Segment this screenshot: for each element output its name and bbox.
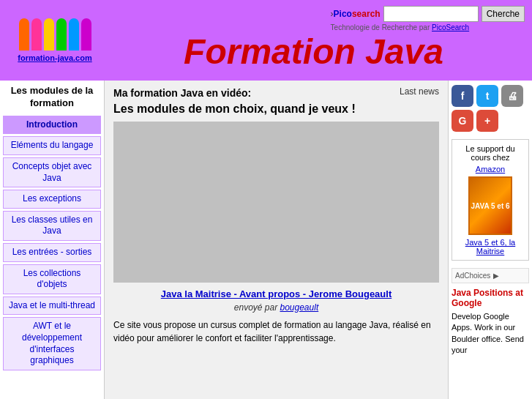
search-area: ›Picosearch Cherche Technologie de Reche… (331, 6, 525, 31)
figure-6 (81, 18, 91, 51)
sidebar-item-elements[interactable]: Eléments du langage (3, 136, 101, 155)
book-promo: Le support du cours chez Amazon JAVA 5 e… (452, 139, 529, 261)
facebook-icon[interactable]: f (452, 85, 473, 107)
right-panel: f t 🖨 G + Le support du cours chez Amazo… (448, 81, 532, 399)
sent-by: envoyé par bougeault (113, 302, 439, 313)
logo-figures (19, 18, 91, 51)
logo-area: formation-java.com (7, 18, 102, 62)
content-subtitle: Les modules de mon choix, quand je veux … (113, 102, 356, 116)
figure-4 (56, 18, 67, 51)
ad-content: Develop Google Apps. Work in our Boulder… (452, 311, 529, 357)
last-news: Last news (400, 86, 439, 97)
twitter-icon[interactable]: t (476, 85, 498, 107)
sidebar-item-multithread[interactable]: Java et le multi-thread (3, 297, 101, 316)
content: Ma formation Java en vidéo: Les modules … (105, 81, 448, 399)
video-area (113, 122, 439, 283)
sidebar-title: Les modules de la formation (3, 85, 101, 110)
ad-block: Java Positions at Google Develop Google … (452, 288, 529, 357)
print-icon[interactable]: 🖨 (501, 85, 523, 107)
sidebar-item-concepts[interactable]: Concepts objet avec Java (3, 157, 101, 187)
search-button[interactable]: Cherche (482, 6, 525, 22)
search-row: ›Picosearch Cherche (331, 6, 525, 22)
amazon-link[interactable]: Amazon (476, 165, 505, 174)
book-desc-link[interactable]: Java 5 et 6, la Maitrise (465, 238, 516, 256)
bottom-content: Java la Maitrise - Avant propos - Jerome… (113, 288, 439, 345)
video-link[interactable]: Java la Maitrise - Avant propos - Jerome… (113, 288, 439, 299)
book-cover: JAVA 5 et 6 (468, 176, 512, 235)
search-input[interactable] (383, 6, 479, 22)
content-header: Ma formation Java en vidéo: Les modules … (113, 86, 439, 116)
figure-1 (19, 18, 29, 51)
pico-label: ›Picosearch (331, 9, 381, 19)
sidebar-item-exceptions[interactable]: Les exceptions (3, 190, 101, 209)
figure-2 (31, 18, 42, 51)
picosearch-link[interactable]: PicoSearch (432, 23, 469, 31)
content-title-area: Ma formation Java en vidéo: Les modules … (113, 86, 356, 116)
author-link[interactable]: bougeault (280, 302, 319, 313)
sidebar-item-classes[interactable]: Les classes utiles en Java (3, 211, 101, 241)
ad-title[interactable]: Java Positions at Google (452, 288, 529, 308)
header: formation-java.com Formation Java ›Picos… (0, 0, 532, 81)
sidebar: Les modules de la formation Introduction… (0, 81, 105, 399)
site-title: Formation Java (102, 31, 525, 72)
description: Ce site vous propose un cursus complet d… (113, 318, 439, 345)
logo-link[interactable]: formation-java.com (18, 53, 91, 62)
sidebar-item-collections[interactable]: Les collections d'objets (3, 264, 101, 294)
book-promo-title: Le support du cours chez (457, 144, 524, 162)
search-sub: Technologie de Recherche par PicoSearch (331, 23, 470, 31)
google-icon[interactable]: G (452, 110, 473, 132)
gplus-icon[interactable]: + (476, 110, 498, 132)
social-icons: f t 🖨 G + (452, 85, 529, 132)
ad-choices-label: AdChoices (455, 272, 490, 280)
ad-choices-arrow: ▶ (493, 272, 499, 280)
figure-5 (69, 18, 79, 51)
sidebar-item-entrees[interactable]: Les entrées - sorties (3, 243, 101, 262)
ad-choices: AdChoices ▶ (452, 268, 529, 283)
main-layout: Les modules de la formation Introduction… (0, 81, 532, 399)
sidebar-item-introduction[interactable]: Introduction (3, 116, 101, 135)
content-title: Ma formation Java en vidéo: (113, 86, 356, 101)
figure-3 (44, 18, 54, 51)
sidebar-item-awt[interactable]: AWT et le développement d'interfaces gra… (3, 317, 101, 370)
